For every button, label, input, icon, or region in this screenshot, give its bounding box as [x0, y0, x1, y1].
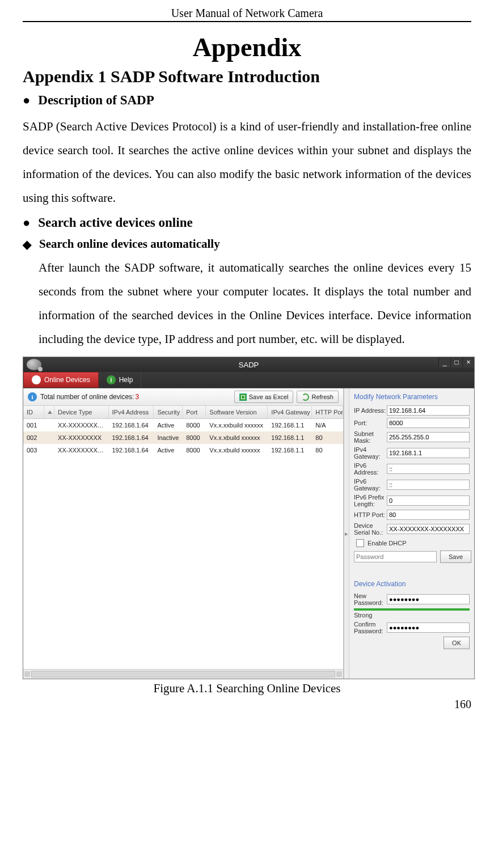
help-icon: i [107, 375, 116, 384]
info-icon: i [28, 392, 37, 401]
cell-security: Inactive [154, 434, 183, 441]
total-count: 3 [135, 393, 139, 401]
serial-no-input[interactable] [387, 524, 470, 534]
ipv6-gateway-input[interactable] [387, 480, 470, 490]
port-label: Port: [354, 420, 387, 426]
cell-id: 002 [23, 434, 44, 441]
save-button[interactable]: Save [440, 551, 471, 563]
ok-button[interactable]: OK [444, 637, 470, 649]
cell-version: Vx.x.xxbuild xxxxxx [206, 422, 268, 429]
cell-ip: 192.168.1.64 [108, 422, 154, 429]
cell-version: Vx.x.xbuild xxxxxx [206, 447, 268, 454]
ipv6-address-label: IPv6 Address: [354, 462, 387, 476]
sort-asc-icon [48, 410, 52, 414]
maximize-button[interactable]: □ [450, 357, 462, 367]
table-row[interactable]: 003 XX-XXXXXXXXXX 192.168.1.64 Active 80… [23, 444, 343, 456]
http-port-label: HTTP Port: [354, 511, 387, 518]
total-label: Total number of online devices: [40, 393, 134, 401]
cell-id: 001 [23, 422, 44, 429]
ipv4-gateway-input[interactable] [387, 448, 470, 458]
titlebar: SADP _ □ × [23, 357, 474, 372]
enable-dhcp-checkbox[interactable] [356, 539, 364, 547]
port-input[interactable] [387, 418, 470, 428]
col-security[interactable]: Security [154, 406, 183, 418]
horizontal-scrollbar[interactable] [23, 669, 343, 679]
paragraph-description: SADP (Search Active Devices Protocol) is… [23, 115, 471, 210]
subsection-search: Search active devices online [38, 215, 192, 230]
tab-online-devices[interactable]: Online Devices [23, 372, 99, 388]
table-row[interactable]: 001 XX-XXXXXXXX-X 192.168.1.64 Active 80… [23, 419, 343, 431]
cell-security: Active [154, 422, 183, 429]
cell-http: N/A [312, 422, 343, 429]
confirm-password-input[interactable] [387, 623, 470, 633]
cell-type: XX-XXXXXXXX [54, 434, 108, 441]
doc-header: User Manual of Network Camera [23, 7, 471, 22]
save-as-excel-button[interactable]: Save as Excel [234, 391, 294, 403]
enable-dhcp-label: Enable DHCP [368, 540, 406, 547]
paragraph-auto: After launch the SADP software, it autom… [39, 256, 471, 351]
confirm-password-label: Confirm Password: [354, 621, 387, 634]
minimize-button[interactable]: _ [438, 357, 450, 367]
appendix-title: Appendix [23, 32, 471, 62]
col-port[interactable]: Port [183, 406, 206, 418]
cell-http: 80 [312, 434, 343, 441]
panel-title: Modify Network Parameters [354, 393, 470, 401]
refresh-icon [302, 393, 309, 401]
cell-id: 003 [23, 447, 44, 454]
cell-gateway: 192.168.1.1 [268, 434, 312, 441]
ipv6-prefix-input[interactable] [387, 496, 470, 506]
http-port-input[interactable] [387, 510, 470, 520]
subsubsection-auto: Search online devices automatically [39, 237, 220, 251]
figure-caption: Figure A.1.1 Searching Online Devices [23, 681, 471, 696]
password-input[interactable] [354, 551, 437, 562]
activation-title: Device Activation [354, 580, 470, 588]
password-strength-bar [354, 608, 470, 611]
col-id[interactable]: ID [23, 406, 44, 418]
button-label: Refresh [311, 393, 333, 400]
password-strength-label: Strong [354, 612, 470, 619]
cell-gateway: 192.168.1.1 [268, 447, 312, 454]
app-title: SADP [239, 361, 259, 369]
cell-http: 80 [312, 447, 343, 454]
table-body: 001 XX-XXXXXXXX-X 192.168.1.64 Active 80… [23, 419, 343, 669]
refresh-button[interactable]: Refresh [297, 391, 339, 403]
cell-gateway: 192.168.1.1 [268, 422, 312, 429]
diamond-icon: ◆ [23, 239, 31, 250]
col-device-type[interactable]: Device Type [54, 406, 108, 418]
ip-address-label: IP Address: [354, 407, 387, 414]
col-software-version[interactable]: Software Version [206, 406, 268, 418]
table-row[interactable]: 002 XX-XXXXXXXX 192.168.1.64 Inactive 80… [23, 431, 343, 444]
sadp-application: SADP _ □ × Online Devices i Help i Total… [23, 357, 475, 679]
col-http-port[interactable]: HTTP Port [312, 406, 343, 418]
serial-no-label: Device Serial No.: [354, 522, 387, 536]
subsection-description: Description of SADP [38, 93, 154, 108]
table-header: ID Device Type IPv4 Address Security Por… [23, 406, 343, 419]
tab-help[interactable]: i Help [99, 372, 142, 388]
col-ipv4-gateway[interactable]: IPv4 Gateway [268, 406, 312, 418]
button-label: Save as Excel [249, 393, 289, 400]
close-button[interactable]: × [462, 357, 474, 367]
subnet-mask-label: Subnet Mask: [354, 430, 387, 444]
cell-port: 8000 [183, 447, 206, 454]
ipv6-address-input[interactable] [387, 464, 470, 474]
subnet-mask-input[interactable] [387, 432, 470, 442]
cell-port: 8000 [183, 434, 206, 441]
pane-splitter[interactable]: ▸ [344, 388, 349, 679]
cell-ip: 192.168.1.64 [108, 434, 154, 441]
ipv6-gateway-label: IPv6 Gateway: [354, 478, 387, 492]
modify-network-panel: Modify Network Parameters IP Address: Po… [349, 388, 474, 679]
excel-icon [239, 393, 247, 401]
col-sort[interactable] [44, 406, 54, 418]
new-password-input[interactable] [387, 594, 470, 604]
ip-address-input[interactable] [387, 405, 470, 416]
app-logo-icon [27, 359, 41, 370]
ipv4-gateway-label: IPv4 Gateway: [354, 446, 387, 460]
page-number: 160 [23, 698, 471, 711]
cell-version: Vx.x.xbuild xxxxxx [206, 434, 268, 441]
col-ipv4-address[interactable]: IPv4 Address [109, 406, 154, 418]
cell-security: Active [154, 447, 183, 454]
ipv6-prefix-label: IPv6 Prefix Length: [354, 494, 387, 507]
cell-port: 8000 [183, 422, 206, 429]
new-password-label: New Password: [354, 592, 387, 606]
cell-type: XX-XXXXXXXXXX [54, 447, 108, 454]
